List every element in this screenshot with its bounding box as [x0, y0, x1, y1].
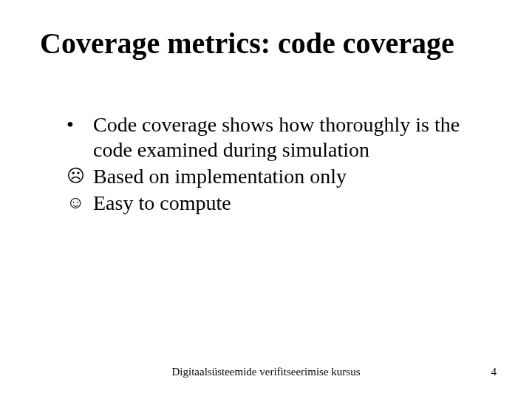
slide: Coverage metrics: code coverage • Code c… [0, 0, 532, 399]
footer-text: Digitaalsüsteemide verifitseerimise kurs… [0, 366, 532, 378]
happy-face-icon: ☺ [66, 191, 93, 214]
slide-body: • Code coverage shows how thoroughly is … [66, 112, 488, 218]
bullet-text: Code coverage shows how thoroughly is th… [93, 112, 488, 163]
sad-face-icon: ☹ [66, 164, 93, 188]
bullet-item: ☹ Based on implementation only [66, 164, 488, 189]
bullet-icon: • [66, 112, 93, 137]
slide-title: Coverage metrics: code coverage [40, 27, 492, 61]
bullet-item: • Code coverage shows how thoroughly is … [66, 112, 488, 163]
bullet-text: Easy to compute [93, 191, 488, 216]
page-number: 4 [491, 366, 497, 378]
bullet-item: ☺ Easy to compute [66, 191, 488, 216]
bullet-text: Based on implementation only [93, 164, 488, 189]
